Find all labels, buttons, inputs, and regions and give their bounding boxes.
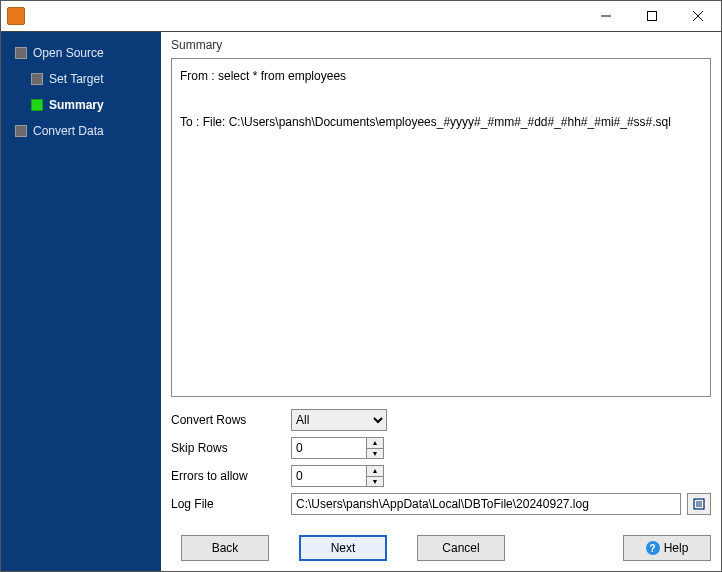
help-icon: ? xyxy=(646,541,660,555)
log-file-input[interactable] xyxy=(291,493,681,515)
close-button[interactable] xyxy=(675,1,721,31)
convert-rows-label: Convert Rows xyxy=(171,413,291,427)
skip-rows-input[interactable] xyxy=(291,437,367,459)
skip-rows-label: Skip Rows xyxy=(171,441,291,455)
step-indicator-icon xyxy=(31,73,43,85)
summary-textbox[interactable]: From : select * from employees To : File… xyxy=(171,58,711,397)
cancel-button[interactable]: Cancel xyxy=(417,535,505,561)
svg-rect-1 xyxy=(648,12,657,21)
sidebar-item-open-source[interactable]: Open Source xyxy=(1,40,161,66)
step-indicator-icon xyxy=(15,125,27,137)
sidebar-item-set-target[interactable]: Set Target xyxy=(1,66,161,92)
step-label: Convert Data xyxy=(33,124,104,138)
log-file-label: Log File xyxy=(171,497,291,511)
main-panel: Summary From : select * from employees T… xyxy=(161,32,721,571)
spin-up-icon[interactable]: ▲ xyxy=(367,466,383,477)
skip-rows-spinner[interactable]: ▲ ▼ xyxy=(291,437,384,459)
titlebar xyxy=(1,1,721,31)
close-icon xyxy=(693,11,703,21)
step-label: Summary xyxy=(49,98,104,112)
wizard-sidebar: Open Source Set Target Summary Convert D… xyxy=(1,32,161,571)
app-window: Open Source Set Target Summary Convert D… xyxy=(0,0,722,572)
step-indicator-icon xyxy=(15,47,27,59)
browse-log-button[interactable] xyxy=(687,493,711,515)
minimize-icon xyxy=(601,11,611,21)
step-label: Open Source xyxy=(33,46,104,60)
app-icon xyxy=(7,7,25,25)
step-indicator-icon xyxy=(31,99,43,111)
spin-up-icon[interactable]: ▲ xyxy=(367,438,383,449)
maximize-icon xyxy=(647,11,657,21)
maximize-button[interactable] xyxy=(629,1,675,31)
summary-heading: Summary xyxy=(171,38,711,52)
minimize-button[interactable] xyxy=(583,1,629,31)
next-button[interactable]: Next xyxy=(299,535,387,561)
help-button[interactable]: ? Help xyxy=(623,535,711,561)
errors-allow-spinner[interactable]: ▲ ▼ xyxy=(291,465,384,487)
summary-from-line: From : select * from employees xyxy=(180,69,346,83)
spin-down-icon[interactable]: ▼ xyxy=(367,477,383,487)
browse-icon xyxy=(692,497,706,511)
errors-allow-input[interactable] xyxy=(291,465,367,487)
spin-down-icon[interactable]: ▼ xyxy=(367,449,383,459)
summary-to-line: To : File: C:\Users\pansh\Documents\empl… xyxy=(180,115,671,129)
convert-rows-select[interactable]: All xyxy=(291,409,387,431)
back-button[interactable]: Back xyxy=(181,535,269,561)
sidebar-item-summary[interactable]: Summary xyxy=(1,92,161,118)
step-label: Set Target xyxy=(49,72,103,86)
errors-allow-label: Errors to allow xyxy=(171,469,291,483)
sidebar-item-convert-data[interactable]: Convert Data xyxy=(1,118,161,144)
